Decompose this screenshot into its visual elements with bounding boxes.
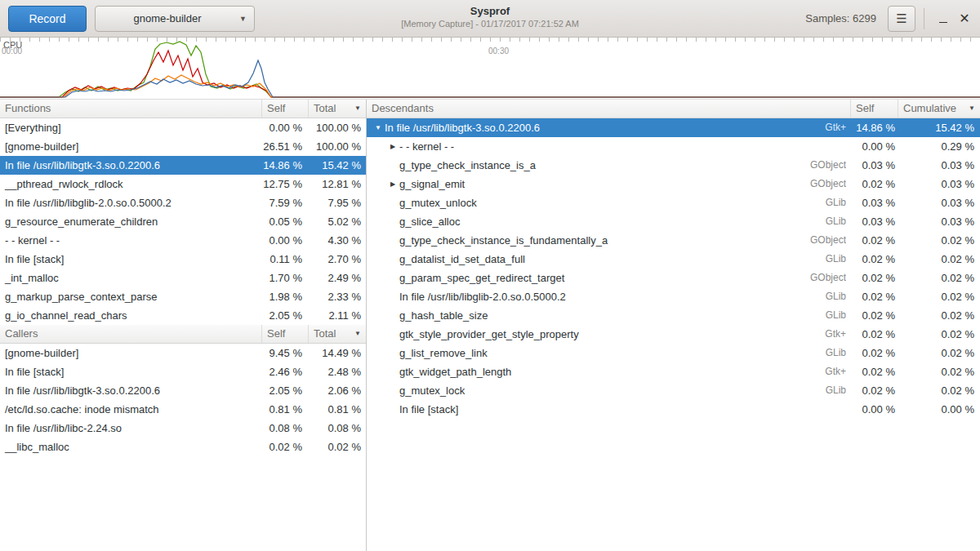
table-row[interactable]: gtk_widget_path_lengthGtk+0.02 %0.02 % <box>367 362 980 381</box>
table-row[interactable]: g_datalist_id_set_data_fullGLib0.02 %0.0… <box>367 250 980 269</box>
expander-spacer <box>386 325 399 344</box>
close-button[interactable]: ✕ <box>954 7 975 31</box>
table-row[interactable]: _int_malloc1.70 %2.49 % <box>0 269 366 287</box>
table-row[interactable]: [gnome-builder]9.45 %14.49 % <box>0 344 366 362</box>
column-header-functions[interactable]: Functions <box>0 100 262 118</box>
expander-spacer <box>386 269 399 287</box>
tree-indent <box>372 325 386 344</box>
function-name: In file /usr/lib/libglib-2.0.so.0.5000.2 <box>399 287 795 306</box>
minimize-button[interactable] <box>933 7 954 31</box>
function-name: g_slice_alloc <box>399 212 795 231</box>
table-row[interactable]: In file [stack]2.46 %2.48 % <box>0 362 366 381</box>
table-row[interactable]: g_resource_enumerate_children0.05 %5.02 … <box>0 212 366 231</box>
total-percent: 0.02 % <box>898 287 980 306</box>
column-header-total[interactable]: Total ▼ <box>309 100 366 118</box>
table-row[interactable]: In file /usr/lib/libgtk-3.so.0.2200.62.0… <box>0 381 366 400</box>
table-row[interactable]: In file /usr/lib/libc-2.24.so0.08 %0.08 … <box>0 419 366 438</box>
expander-icon[interactable]: ▼ <box>372 118 385 137</box>
sort-indicator-icon: ▼ <box>354 325 361 343</box>
table-row[interactable]: g_type_check_instance_is_fundamentally_a… <box>367 231 980 250</box>
table-row[interactable]: __pthread_rwlock_rdlock12.75 %12.81 % <box>0 175 366 193</box>
table-row[interactable]: __libc_malloc0.02 %0.02 % <box>0 438 366 456</box>
self-percent: 0.03 % <box>851 212 898 231</box>
tree-indent <box>372 250 386 269</box>
table-row[interactable]: g_mutex_lockGLib0.02 %0.02 % <box>367 381 980 400</box>
table-row[interactable]: g_slice_allocGLib0.03 %0.03 % <box>367 212 980 231</box>
total-percent: 2.06 % <box>309 381 366 400</box>
expander-icon[interactable]: ▶ <box>386 137 399 156</box>
table-row[interactable]: ▼In file /usr/lib/libgtk-3.so.0.2200.6Gt… <box>367 118 980 137</box>
column-header-total-label: Total <box>314 100 336 118</box>
menu-button[interactable]: ☰ <box>888 6 915 32</box>
table-row[interactable]: g_mutex_unlockGLib0.03 %0.03 % <box>367 193 980 212</box>
function-name: In file /usr/lib/libgtk-3.so.0.2200.6 <box>0 156 262 175</box>
total-percent: 0.29 % <box>898 137 980 156</box>
headerbar: Record gnome-builder ▼ Sysprof [Memory C… <box>0 0 980 38</box>
table-row[interactable]: [gnome-builder]26.51 %100.00 % <box>0 137 366 156</box>
record-button[interactable]: Record <box>8 6 87 32</box>
total-percent: 7.95 % <box>309 193 366 212</box>
total-percent: 0.03 % <box>898 212 980 231</box>
column-header-self[interactable]: Self <box>851 100 898 118</box>
table-row[interactable]: g_markup_parse_context_parse1.98 %2.33 % <box>0 287 366 306</box>
table-row[interactable]: ▶g_signal_emitGObject0.02 %0.03 % <box>367 175 980 193</box>
cpu-graph[interactable]: CPU 00:00 00:30 <box>0 38 980 100</box>
self-percent: 0.02 % <box>851 231 898 250</box>
category-label: GObject <box>795 231 846 250</box>
expander-spacer <box>386 381 399 400</box>
table-row[interactable]: /etc/ld.so.cache: inode mismatch0.81 %0.… <box>0 400 366 419</box>
category-label: Gtk+ <box>795 118 846 137</box>
column-header-cumulative[interactable]: Cumulative ▼ <box>898 100 980 118</box>
table-row[interactable]: ▶- - kernel - -0.00 %0.29 % <box>367 137 980 156</box>
total-percent: 100.00 % <box>309 118 366 137</box>
category-label: GLib <box>795 381 846 400</box>
total-percent: 0.02 % <box>898 381 980 400</box>
function-name: In file /usr/lib/libgtk-3.so.0.2200.6 <box>0 381 262 400</box>
table-row[interactable]: g_param_spec_get_redirect_targetGObject0… <box>367 269 980 287</box>
table-row[interactable]: [Everything]0.00 %100.00 % <box>0 118 366 137</box>
total-percent: 0.02 % <box>898 306 980 325</box>
table-row[interactable]: g_type_check_instance_is_aGObject0.03 %0… <box>367 156 980 175</box>
table-row[interactable]: g_list_remove_linkGLib0.02 %0.02 % <box>367 344 980 362</box>
column-header-callers[interactable]: Callers <box>0 325 262 343</box>
tree-indent <box>372 193 386 212</box>
total-percent: 0.81 % <box>309 400 366 419</box>
tree-indent <box>372 362 386 381</box>
table-row[interactable]: In file /usr/lib/libgtk-3.so.0.2200.614.… <box>0 156 366 175</box>
table-row[interactable]: gtk_style_provider_get_style_propertyGtk… <box>367 325 980 344</box>
self-percent: 0.02 % <box>851 269 898 287</box>
total-percent: 0.02 % <box>309 438 366 456</box>
table-row[interactable]: In file /usr/lib/libglib-2.0.so.0.5000.2… <box>0 193 366 212</box>
column-header-self[interactable]: Self <box>262 100 309 118</box>
column-header-self[interactable]: Self <box>262 325 309 343</box>
self-percent: 0.00 % <box>262 231 309 250</box>
table-row[interactable]: In file [stack]0.11 %2.70 % <box>0 250 366 269</box>
function-name: - - kernel - - <box>0 231 262 250</box>
column-header-total[interactable]: Total ▼ <box>309 325 366 343</box>
column-header-descendants[interactable]: Descendants <box>367 100 851 118</box>
total-percent: 0.03 % <box>898 193 980 212</box>
table-row[interactable]: In file /usr/lib/libglib-2.0.so.0.5000.2… <box>367 287 980 306</box>
function-name: g_datalist_id_set_data_full <box>399 250 795 269</box>
target-dropdown[interactable]: gnome-builder ▼ <box>95 6 255 32</box>
total-percent: 0.02 % <box>898 231 980 250</box>
tree-indent <box>372 212 386 231</box>
self-percent: 0.11 % <box>262 250 309 269</box>
self-percent: 0.00 % <box>851 400 898 419</box>
table-row[interactable]: g_io_channel_read_chars2.05 %2.11 % <box>0 306 366 325</box>
cpu-usage-chart <box>0 38 980 100</box>
self-percent: 0.02 % <box>851 381 898 400</box>
tree-indent <box>372 156 386 175</box>
self-percent: 0.02 % <box>851 287 898 306</box>
function-name: gtk_widget_path_length <box>399 362 795 381</box>
expander-spacer <box>386 287 399 306</box>
function-name: - - kernel - - <box>399 137 795 156</box>
self-percent: 0.08 % <box>262 419 309 438</box>
table-row[interactable]: g_hash_table_sizeGLib0.02 %0.02 % <box>367 306 980 325</box>
total-percent: 0.02 % <box>898 344 980 362</box>
table-row[interactable]: In file [stack]0.00 %0.00 % <box>367 400 980 419</box>
total-percent: 0.03 % <box>898 175 980 193</box>
function-name: [Everything] <box>0 118 262 137</box>
table-row[interactable]: - - kernel - -0.00 %4.30 % <box>0 231 366 250</box>
expander-icon[interactable]: ▶ <box>386 175 399 193</box>
